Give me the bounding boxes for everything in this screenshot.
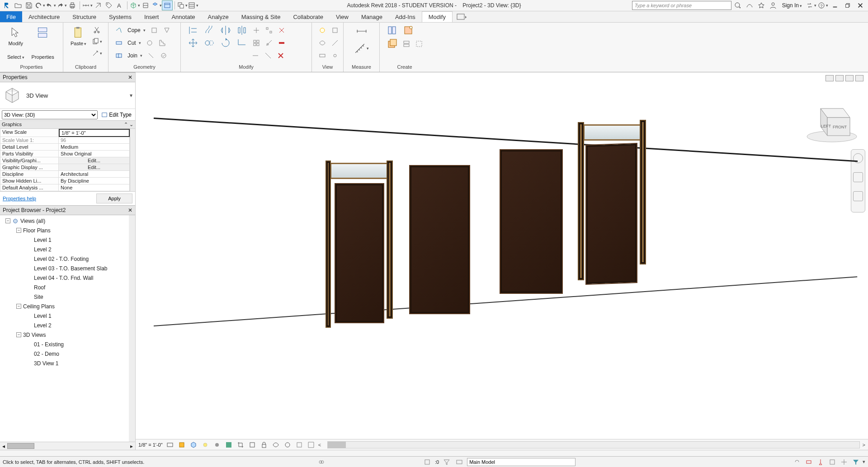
- restore-icon[interactable]: [842, 0, 854, 10]
- revit-logo-icon[interactable]: [2, 0, 13, 10]
- geom-b-icon[interactable]: [161, 25, 173, 36]
- switch-win-icon[interactable]: [177, 0, 188, 10]
- offset-icon[interactable]: [202, 24, 217, 37]
- create-c-icon[interactable]: [384, 37, 400, 51]
- m-c-icon[interactable]: [276, 25, 288, 36]
- tree-node[interactable]: −3D Views: [1, 330, 134, 340]
- view-hscroll[interactable]: [327, 441, 859, 448]
- paste-button[interactable]: Paste: [68, 24, 89, 61]
- properties-button[interactable]: Properties: [29, 24, 57, 61]
- tree-node[interactable]: 3D View 1: [1, 359, 134, 368]
- user-icon[interactable]: [768, 0, 778, 10]
- vb-style-icon[interactable]: [189, 441, 198, 449]
- tree-node[interactable]: Level 2: [1, 245, 134, 254]
- main-model-input[interactable]: [467, 458, 576, 466]
- cope-icon[interactable]: [113, 25, 125, 36]
- v2-icon[interactable]: [329, 25, 341, 36]
- model-groups-icon[interactable]: [454, 458, 464, 466]
- v5-icon[interactable]: [316, 50, 328, 61]
- hscroll-left-icon[interactable]: ◂: [0, 442, 7, 450]
- tree-node[interactable]: Level 1: [1, 235, 134, 245]
- tree-node[interactable]: Roof: [1, 283, 134, 292]
- align-dim-icon[interactable]: [93, 0, 104, 10]
- m-d-icon[interactable]: [250, 38, 262, 48]
- search-icon[interactable]: [732, 0, 743, 10]
- undo-icon[interactable]: [45, 0, 56, 10]
- cut-button[interactable]: Cut: [126, 38, 143, 48]
- cut-icon[interactable]: [91, 24, 103, 35]
- subscription-icon[interactable]: [744, 0, 755, 10]
- prop-val[interactable]: None: [59, 184, 130, 191]
- sel-face-icon[interactable]: [827, 458, 837, 466]
- tab-view[interactable]: View: [330, 11, 355, 22]
- v3-icon[interactable]: [316, 38, 328, 48]
- hscroll-thumb[interactable]: [7, 443, 34, 449]
- vb-misc2-icon[interactable]: [307, 441, 316, 449]
- m-g-icon[interactable]: [250, 50, 261, 61]
- prop-val[interactable]: Show Original: [59, 151, 130, 157]
- sel-pin-icon[interactable]: [816, 458, 826, 466]
- exchange-icon[interactable]: [806, 0, 816, 10]
- prop-val[interactable]: By Discipline: [59, 178, 130, 184]
- element-filter[interactable]: 3D View: {3D}: [2, 110, 98, 119]
- tab-massing[interactable]: Massing & Site: [235, 11, 287, 22]
- browser-hscroll[interactable]: ◂ ▸: [0, 442, 135, 450]
- sel-underlay-icon[interactable]: [804, 458, 814, 466]
- properties-help-link[interactable]: Properties help: [3, 196, 36, 201]
- measure-tool-icon[interactable]: [353, 42, 371, 55]
- v1-icon[interactable]: [316, 25, 328, 36]
- browser-scrollbar[interactable]: [129, 215, 135, 442]
- view-hscroll-thumb[interactable]: [328, 442, 346, 448]
- prop-val-btn[interactable]: Edit...: [59, 164, 130, 171]
- tree-node[interactable]: 02 - Demo: [1, 349, 134, 359]
- tree-node[interactable]: Level 03 - T.O. Basement Slab: [1, 264, 134, 273]
- vb-detail-icon[interactable]: [177, 441, 186, 449]
- geom-e-icon[interactable]: [145, 50, 157, 61]
- tab-architecture[interactable]: Architecture: [22, 11, 66, 22]
- tree-node[interactable]: −Ceiling Plans: [1, 302, 134, 311]
- create-e-icon[interactable]: [413, 38, 425, 49]
- vb-reveal-icon[interactable]: [283, 441, 292, 449]
- view-scale[interactable]: 1/8" = 1'-0": [138, 442, 163, 448]
- dim-icon[interactable]: [353, 24, 371, 38]
- m-a-icon[interactable]: [250, 25, 262, 36]
- view-list-icon[interactable]: [188, 0, 198, 10]
- modify-button[interactable]: Modify Select: [5, 24, 27, 61]
- filter-status-icon[interactable]: [442, 458, 452, 466]
- geom-d-icon[interactable]: [156, 38, 168, 48]
- mirror-axis-icon[interactable]: [218, 24, 233, 37]
- create-b-icon[interactable]: [401, 24, 416, 37]
- tab-addins[interactable]: Add-Ins: [389, 11, 422, 22]
- signin-button[interactable]: Sign In: [779, 2, 805, 9]
- trim-icon[interactable]: [234, 36, 250, 50]
- infocenter-search[interactable]: Type a keyword or phrase: [632, 1, 731, 10]
- browser-close-icon[interactable]: ✕: [128, 207, 132, 213]
- match-icon[interactable]: [91, 48, 103, 59]
- prop-scrollbar[interactable]: [130, 129, 135, 191]
- close-icon[interactable]: [854, 0, 866, 10]
- section-icon[interactable]: [140, 0, 151, 10]
- vb-shadow-icon[interactable]: [212, 441, 222, 449]
- prop-val[interactable]: 1/8" = 1'-0": [59, 129, 130, 137]
- geom-a-icon[interactable]: [148, 25, 160, 36]
- design-opt-icon[interactable]: [422, 458, 432, 466]
- tree-node[interactable]: Site: [1, 292, 134, 302]
- tree-toggle-icon[interactable]: −: [16, 332, 21, 337]
- geom-c-icon[interactable]: [144, 38, 156, 48]
- filter-sel-icon[interactable]: [851, 458, 861, 466]
- measure-icon[interactable]: [82, 0, 93, 10]
- favorite-icon[interactable]: [756, 0, 767, 10]
- browser-tree[interactable]: −Views (all)−Floor PlansLevel 1Level 2Le…: [0, 215, 135, 442]
- align-icon[interactable]: [185, 24, 201, 37]
- text-icon[interactable]: A: [114, 0, 125, 10]
- delete-icon[interactable]: [275, 50, 287, 61]
- join-button[interactable]: Join: [126, 50, 144, 61]
- join-icon[interactable]: [113, 50, 125, 61]
- prop-val[interactable]: Architectural: [59, 171, 130, 178]
- properties-close-icon[interactable]: ✕: [128, 74, 132, 80]
- m-b-icon[interactable]: [263, 25, 275, 36]
- redo-icon[interactable]: [56, 0, 67, 10]
- default3d-icon[interactable]: [129, 0, 140, 10]
- copy-icon[interactable]: [91, 36, 103, 47]
- view-3d[interactable]: LEFT FRONT: [136, 72, 868, 450]
